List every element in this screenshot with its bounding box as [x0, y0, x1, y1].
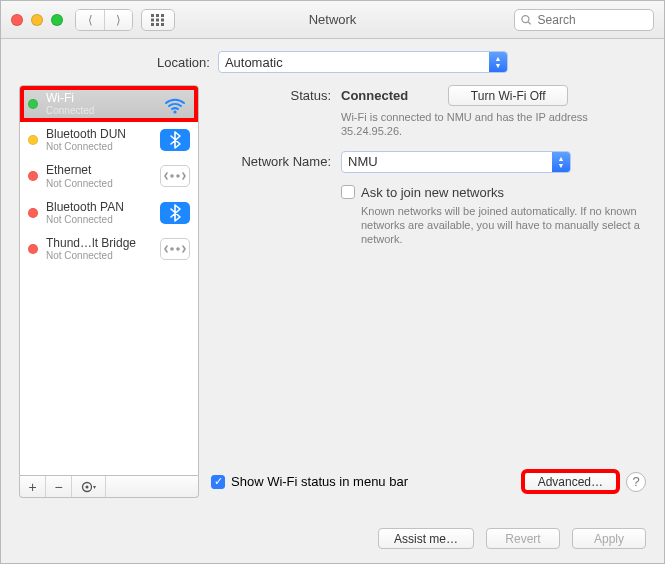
network-name-select[interactable]: NMU ▲▼	[341, 151, 571, 173]
remove-service-button[interactable]: −	[46, 476, 72, 497]
window-controls	[11, 14, 63, 26]
select-arrows-icon: ▲▼	[552, 152, 570, 172]
wifi-icon	[160, 93, 190, 115]
svg-point-17	[85, 485, 88, 488]
svg-rect-8	[161, 23, 164, 26]
sidebar-item-name: Thund…lt Bridge	[46, 237, 152, 250]
search-input[interactable]	[536, 12, 647, 28]
sidebar-item-bluetooth-dun[interactable]: Bluetooth DUN Not Connected	[20, 122, 198, 158]
ask-join-checkbox[interactable]	[341, 185, 355, 199]
ethernet-icon	[160, 238, 190, 260]
sidebar-item-name: Ethernet	[46, 164, 152, 177]
network-name-value: NMU	[348, 154, 378, 169]
ask-join-row: Ask to join new networks Known networks …	[211, 185, 646, 247]
main-content: Wi-Fi Connected Bluetooth DUN Not Connec…	[1, 85, 664, 516]
sidebar-item-text: Thund…lt Bridge Not Connected	[46, 237, 152, 261]
show-all-button[interactable]	[141, 9, 175, 31]
gear-icon	[81, 481, 97, 493]
grid-icon	[151, 14, 165, 26]
svg-rect-0	[151, 14, 154, 17]
service-options-button[interactable]	[72, 476, 106, 497]
svg-rect-6	[151, 23, 154, 26]
forward-button[interactable]: ⟩	[104, 10, 132, 30]
services-sidebar: Wi-Fi Connected Bluetooth DUN Not Connec…	[19, 85, 199, 476]
sidebar-item-name: Bluetooth DUN	[46, 128, 152, 141]
status-dot-icon	[28, 171, 38, 181]
ethernet-icon	[160, 165, 190, 187]
help-button[interactable]: ?	[626, 472, 646, 492]
svg-rect-1	[156, 14, 159, 17]
sidebar-item-sub: Connected	[46, 105, 152, 116]
status-label: Status:	[211, 85, 341, 103]
network-name-label: Network Name:	[211, 151, 341, 169]
show-menu-checkbox[interactable]	[211, 475, 225, 489]
status-value: Connected	[341, 88, 408, 103]
location-select[interactable]: Automatic ▲▼	[218, 51, 508, 73]
sidebar-item-sub: Not Connected	[46, 178, 152, 189]
add-service-button[interactable]: +	[20, 476, 46, 497]
svg-point-15	[177, 248, 179, 250]
revert-button[interactable]: Revert	[486, 528, 560, 549]
titlebar: ⟨ ⟩ Network	[1, 1, 664, 39]
sidebar-item-text: Wi-Fi Connected	[46, 92, 152, 116]
status-dot-icon	[28, 135, 38, 145]
advanced-button[interactable]: Advanced…	[523, 471, 618, 492]
status-description: Wi-Fi is connected to NMU and has the IP…	[341, 110, 631, 139]
svg-rect-4	[156, 18, 159, 21]
svg-rect-2	[161, 14, 164, 17]
ask-join-label: Ask to join new networks	[361, 185, 504, 200]
svg-point-12	[171, 175, 173, 177]
location-row: Location: Automatic ▲▼	[1, 39, 664, 85]
sidebar-item-name: Bluetooth PAN	[46, 201, 152, 214]
detail-panel: Status: Connected Turn Wi-Fi Off Wi-Fi i…	[211, 85, 646, 498]
close-window-button[interactable]	[11, 14, 23, 26]
status-dot-icon	[28, 99, 38, 109]
network-window: ⟨ ⟩ Network Location: Automatic	[0, 0, 665, 564]
bluetooth-icon	[160, 202, 190, 224]
sidebar-item-text: Bluetooth PAN Not Connected	[46, 201, 152, 225]
nav-back-forward: ⟨ ⟩	[75, 9, 133, 31]
svg-point-13	[177, 175, 179, 177]
sidebar-item-wifi[interactable]: Wi-Fi Connected	[20, 86, 198, 122]
sidebar-item-name: Wi-Fi	[46, 92, 152, 105]
sidebar-item-sub: Not Connected	[46, 250, 152, 261]
sidebar-item-bluetooth-pan[interactable]: Bluetooth PAN Not Connected	[20, 195, 198, 231]
svg-point-11	[173, 110, 176, 113]
status-dot-icon	[28, 208, 38, 218]
sidebar-item-text: Ethernet Not Connected	[46, 164, 152, 188]
svg-point-9	[522, 15, 529, 22]
location-label: Location:	[157, 55, 210, 70]
svg-rect-7	[156, 23, 159, 26]
turn-wifi-off-button[interactable]: Turn Wi-Fi Off	[448, 85, 568, 106]
sidebar-item-text: Bluetooth DUN Not Connected	[46, 128, 152, 152]
select-arrows-icon: ▲▼	[489, 52, 507, 72]
bluetooth-icon	[160, 129, 190, 151]
window-footer: Assist me… Revert Apply	[1, 516, 664, 563]
apply-button[interactable]: Apply	[572, 528, 646, 549]
search-field-wrap[interactable]	[514, 9, 654, 31]
sidebar-item-ethernet[interactable]: Ethernet Not Connected	[20, 158, 198, 194]
status-dot-icon	[28, 244, 38, 254]
sidebar-footer: + −	[19, 476, 199, 498]
sidebar-wrap: Wi-Fi Connected Bluetooth DUN Not Connec…	[19, 85, 199, 498]
sidebar-item-sub: Not Connected	[46, 214, 152, 225]
svg-point-14	[171, 248, 173, 250]
ask-join-description: Known networks will be joined automatica…	[361, 204, 646, 247]
detail-bottom-row: Show Wi-Fi status in menu bar Advanced… …	[211, 465, 646, 498]
search-icon	[521, 14, 532, 26]
location-value: Automatic	[225, 55, 283, 70]
svg-line-10	[528, 21, 531, 24]
back-button[interactable]: ⟨	[76, 10, 104, 30]
minimize-window-button[interactable]	[31, 14, 43, 26]
assist-me-button[interactable]: Assist me…	[378, 528, 474, 549]
sidebar-item-thunderbolt-bridge[interactable]: Thund…lt Bridge Not Connected	[20, 231, 198, 267]
svg-rect-3	[151, 18, 154, 21]
show-menu-label: Show Wi-Fi status in menu bar	[231, 474, 408, 489]
status-row: Status: Connected Turn Wi-Fi Off Wi-Fi i…	[211, 85, 646, 139]
network-name-row: Network Name: NMU ▲▼	[211, 151, 646, 173]
svg-rect-5	[161, 18, 164, 21]
sidebar-item-sub: Not Connected	[46, 141, 152, 152]
zoom-window-button[interactable]	[51, 14, 63, 26]
